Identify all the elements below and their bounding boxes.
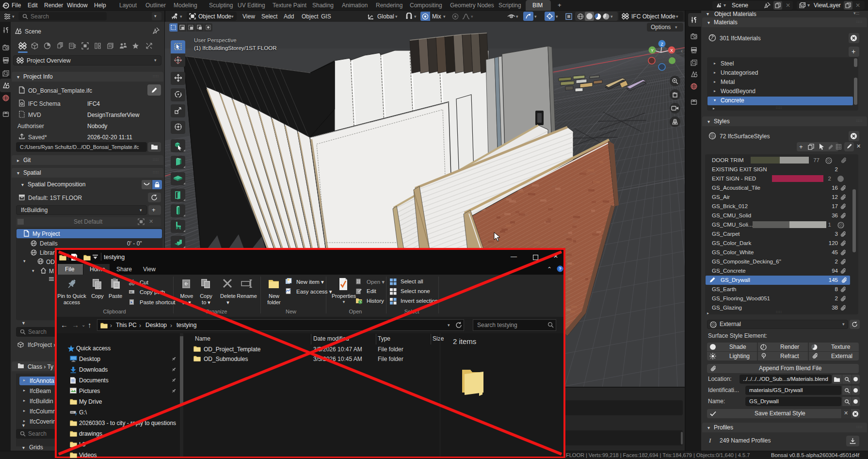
svg-text:Z: Z xyxy=(660,42,663,47)
svg-text:X: X xyxy=(670,48,673,53)
svg-text:Y: Y xyxy=(651,48,654,53)
